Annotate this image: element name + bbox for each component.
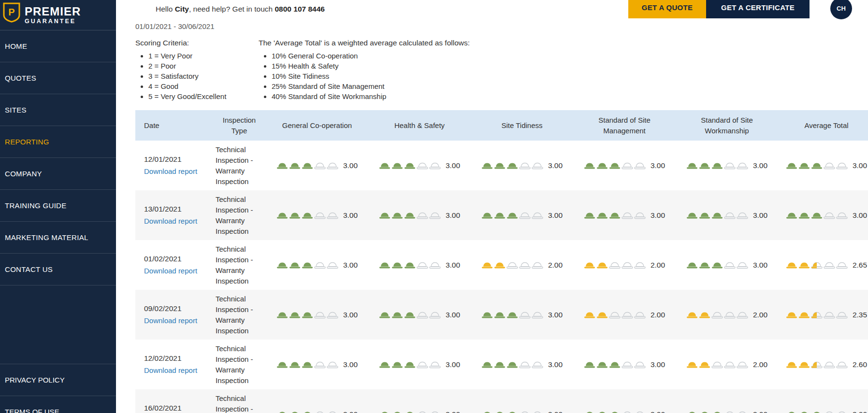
rating-cell: 3.00 (676, 141, 778, 190)
hat-rating (686, 310, 749, 320)
rating-cell: 3.00 (778, 190, 868, 240)
sidebar-item-sites[interactable]: SITES (0, 94, 116, 126)
top-header: Hello City, need help? Get in touch 0800… (116, 0, 868, 18)
table-row: 12/02/2021Download reportTechnical Inspe… (135, 340, 868, 389)
hard-hat-filled-icon (404, 310, 416, 320)
logo-text-guarantee: GUARANTEE (25, 18, 81, 25)
download-report-link[interactable]: Download report (144, 217, 197, 225)
hard-hat-outline-icon (417, 211, 428, 220)
hard-hat-filled-icon (289, 161, 301, 171)
score-value: 3.00 (343, 410, 358, 413)
get-a-quote-button[interactable]: GET A QUOTE (628, 0, 706, 18)
weighted-average-item: 40% Standard of Site Workmanship (272, 93, 470, 100)
hard-hat-outline-icon (634, 211, 646, 220)
hard-hat-filled-icon (609, 410, 621, 413)
sidebar-item-company[interactable]: COMPANY (0, 158, 116, 190)
hat-rating (276, 360, 339, 370)
hard-hat-filled-icon (609, 161, 621, 171)
sidebar-item-terms-of-use[interactable]: TERMS OF USE (0, 396, 116, 413)
score-value: 3.00 (548, 410, 563, 413)
rating-cell: 2.00 (471, 240, 573, 290)
sidebar-item-reporting[interactable]: REPORTING (0, 126, 116, 158)
contact-phone-number: 0800 107 8446 (275, 5, 324, 14)
logo-text-premier: PREMIER (25, 5, 81, 18)
inspections-table: Date Inspection Type General Co-operatio… (135, 110, 868, 413)
get-a-certificate-button[interactable]: GET A CERTIFICATE (706, 0, 810, 18)
inspection-type: Technical Inspection - Warranty Inspecti… (213, 240, 266, 290)
download-report-link[interactable]: Download report (144, 167, 197, 175)
shield-logo-icon: P (3, 2, 20, 25)
hat-rating (786, 360, 849, 370)
hard-hat-filled-icon (391, 360, 403, 370)
greeting-middle: , need help? Get in touch (189, 5, 275, 14)
sidebar-item-privacy-policy[interactable]: PRIVACY POLICY (0, 364, 116, 396)
hard-hat-outline-icon (532, 260, 543, 270)
score-value: 2.65 (853, 261, 867, 269)
hard-hat-filled-icon (391, 161, 403, 171)
hard-hat-filled-icon (379, 211, 391, 220)
inspection-type: Technical Inspection - Warranty Inspecti… (213, 389, 266, 413)
hard-hat-outline-icon (609, 310, 621, 320)
sidebar-item-contact-us[interactable]: CONTACT US (0, 254, 116, 285)
sidebar-item-home[interactable]: HOME (0, 30, 116, 62)
hard-hat-outline-icon (622, 410, 633, 413)
download-report-link[interactable]: Download report (144, 366, 197, 374)
hard-hat-outline-icon (429, 260, 441, 270)
score-value: 3.00 (753, 261, 767, 269)
hard-hat-outline-icon (724, 211, 736, 220)
hard-hat-outline-icon (622, 260, 633, 270)
hard-hat-outline-icon (836, 211, 848, 220)
hard-hat-filled-icon (289, 360, 301, 370)
reporting-main-content: 01/01/2021 - 30/06/2021 Scoring Criteria… (116, 18, 868, 413)
column-header-inspection-type: Inspection Type (213, 110, 266, 141)
hard-hat-outline-icon (824, 410, 835, 413)
download-report-link[interactable]: Download report (144, 316, 197, 325)
hard-hat-outline-icon (634, 260, 646, 270)
hard-hat-outline-icon (711, 310, 723, 320)
hat-rating (276, 260, 339, 270)
score-value: 2.00 (753, 360, 767, 369)
weighted-average-column: The 'Average Total' is a weighted averag… (259, 39, 470, 103)
weighted-average-item: 15% Health & Safety (272, 62, 470, 70)
rating-cell: 3.00 (573, 190, 676, 240)
hard-hat-outline-icon (836, 410, 848, 413)
inspections-table-header: Date Inspection Type General Co-operatio… (135, 110, 868, 141)
user-avatar[interactable]: CH (830, 0, 852, 19)
hard-hat-outline-icon (519, 211, 531, 220)
hard-hat-outline-icon (737, 360, 748, 370)
hat-rating (584, 161, 647, 171)
hard-hat-outline-icon (836, 310, 848, 320)
hard-hat-filled-icon (798, 161, 810, 171)
hard-hat-outline-icon (429, 161, 441, 171)
inspection-date: 16/02/2021 (144, 404, 213, 413)
logo-text: PREMIER GUARANTEE (25, 5, 81, 25)
hard-hat-outline-icon (417, 410, 428, 413)
hard-hat-outline-icon (622, 360, 633, 370)
rating-cell: 2.00 (573, 290, 676, 340)
hard-hat-outline-icon (519, 310, 531, 320)
sidebar-item-quotes[interactable]: QUOTES (0, 62, 116, 94)
hard-hat-filled-icon (699, 161, 710, 171)
score-value: 3.00 (651, 161, 665, 170)
download-report-link[interactable]: Download report (144, 267, 197, 275)
score-value: 2.00 (651, 261, 665, 269)
rating-cell: 3.00 (573, 141, 676, 190)
hard-hat-outline-icon (622, 310, 633, 320)
hard-hat-filled-icon (379, 360, 391, 370)
hard-hat-filled-icon (699, 310, 710, 320)
rating-cell: 3.00 (471, 340, 573, 389)
sidebar-item-training-guide[interactable]: TRAINING GUIDE (0, 190, 116, 222)
score-value: 3.00 (548, 311, 563, 319)
hard-hat-filled-icon (811, 161, 823, 171)
sidebar-item-marketing-material[interactable]: MARKETING MATERIAL (0, 222, 116, 254)
hard-hat-outline-icon (417, 360, 428, 370)
rating-cell: 3.00 (471, 290, 573, 340)
hard-hat-filled-icon (686, 260, 698, 270)
column-header-site-tidiness: Site Tidiness (471, 110, 573, 141)
hard-hat-filled-icon (276, 360, 288, 370)
weighted-average-item: 10% General Co-operation (272, 52, 470, 60)
hard-hat-filled-icon (302, 161, 313, 171)
scoring-criteria-title: Scoring Criteria: (135, 39, 259, 47)
hard-hat-filled-icon (686, 410, 698, 413)
hat-rating (481, 260, 544, 270)
